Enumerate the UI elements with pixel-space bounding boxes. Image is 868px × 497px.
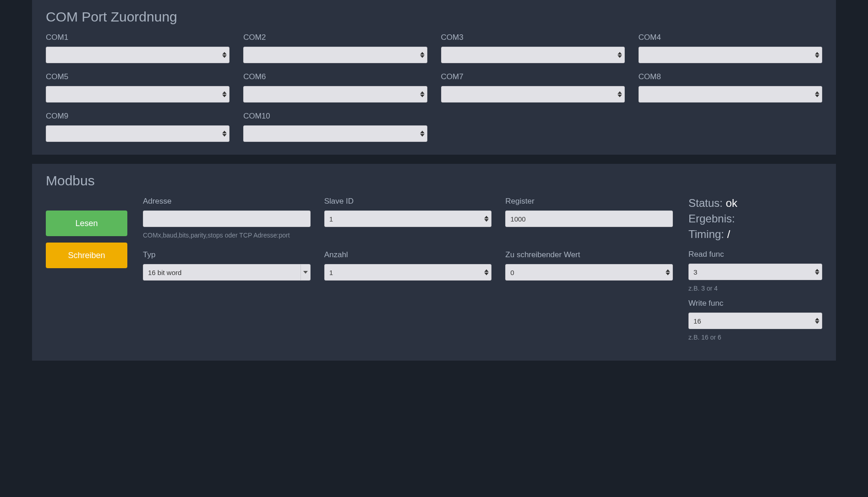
register-label: Register — [505, 197, 673, 206]
com2-label: COM2 — [243, 33, 427, 42]
read-func-label: Read func — [688, 250, 822, 259]
slave-id-field: Slave ID — [324, 197, 492, 240]
modbus-side: Status: ok Ergebnis: Timing: / Read func — [688, 197, 822, 348]
count-input[interactable] — [324, 264, 492, 281]
com9-label: COM9 — [46, 112, 229, 121]
read-func-field: Read func z.B. 3 or 4 — [688, 250, 822, 293]
write-value-input[interactable] — [505, 264, 673, 281]
write-func-help: z.B. 16 or 6 — [688, 333, 822, 342]
com1-field: COM1 — [46, 33, 229, 63]
com10-label: COM10 — [243, 112, 427, 121]
com9-input[interactable] — [46, 125, 229, 142]
com7-label: COM7 — [441, 72, 625, 81]
address-help: COMx,baud,bits,parity,stops oder TCP Adr… — [143, 231, 311, 240]
com6-field: COM6 — [243, 72, 427, 103]
com7-input[interactable] — [441, 86, 625, 103]
com8-label: COM8 — [639, 72, 822, 81]
com5-field: COM5 — [46, 72, 229, 103]
com3-input[interactable] — [441, 47, 625, 63]
com2-input[interactable] — [243, 47, 427, 63]
address-field: Adresse COMx,baud,bits,parity,stops oder… — [143, 197, 311, 240]
type-select[interactable] — [143, 264, 311, 281]
com7-field: COM7 — [441, 72, 625, 103]
address-label: Adresse — [143, 197, 311, 206]
com-port-title: COM Port Zuordnung — [46, 9, 822, 25]
count-field: Anzahl — [324, 250, 492, 281]
timing-line: Timing: / — [688, 228, 822, 241]
write-value-field: Zu schreibender Wert — [505, 250, 673, 281]
register-input[interactable] — [505, 211, 673, 227]
com2-field: COM2 — [243, 33, 427, 63]
status-label: Status: — [688, 197, 723, 209]
modbus-title: Modbus — [46, 173, 822, 189]
address-input[interactable] — [143, 211, 311, 227]
com9-field: COM9 — [46, 112, 229, 142]
com6-input[interactable] — [243, 86, 427, 103]
modbus-inputs: Adresse COMx,baud,bits,parity,stops oder… — [143, 197, 673, 281]
com3-label: COM3 — [441, 33, 625, 42]
write-value-label: Zu schreibender Wert — [505, 250, 673, 259]
com5-input[interactable] — [46, 86, 229, 103]
read-func-help: z.B. 3 or 4 — [688, 284, 822, 293]
read-button[interactable]: Lesen — [46, 211, 127, 236]
com-port-panel: COM Port Zuordnung COM1 COM2 — [32, 0, 836, 155]
com4-label: COM4 — [639, 33, 822, 42]
com1-input[interactable] — [46, 47, 229, 63]
modbus-panel: Modbus Lesen Schreiben Adresse COMx,baud… — [32, 164, 836, 361]
com4-field: COM4 — [639, 33, 822, 63]
status-value: ok — [726, 197, 737, 209]
type-label: Typ — [143, 250, 311, 259]
com1-label: COM1 — [46, 33, 229, 42]
timing-value: / — [727, 228, 730, 240]
com10-input[interactable] — [243, 125, 427, 142]
type-field: Typ — [143, 250, 311, 281]
com6-label: COM6 — [243, 72, 427, 81]
result-label: Ergebnis: — [688, 212, 735, 225]
write-func-field: Write func z.B. 16 or 6 — [688, 299, 822, 342]
result-line: Ergebnis: — [688, 212, 822, 225]
com8-field: COM8 — [639, 72, 822, 103]
com-port-grid: COM1 COM2 COM3 — [46, 33, 822, 142]
count-label: Anzahl — [324, 250, 492, 259]
write-func-label: Write func — [688, 299, 822, 308]
register-field: Register — [505, 197, 673, 240]
read-func-input[interactable] — [688, 264, 822, 280]
com10-field: COM10 — [243, 112, 427, 142]
write-button[interactable]: Schreiben — [46, 243, 127, 268]
status-line: Status: ok — [688, 197, 822, 210]
com4-input[interactable] — [639, 47, 822, 63]
com8-input[interactable] — [639, 86, 822, 103]
slave-id-input[interactable] — [324, 211, 492, 227]
slave-id-label: Slave ID — [324, 197, 492, 206]
write-func-input[interactable] — [688, 313, 822, 329]
modbus-buttons: Lesen Schreiben — [46, 211, 127, 268]
timing-label: Timing: — [688, 228, 724, 240]
com5-label: COM5 — [46, 72, 229, 81]
com3-field: COM3 — [441, 33, 625, 63]
